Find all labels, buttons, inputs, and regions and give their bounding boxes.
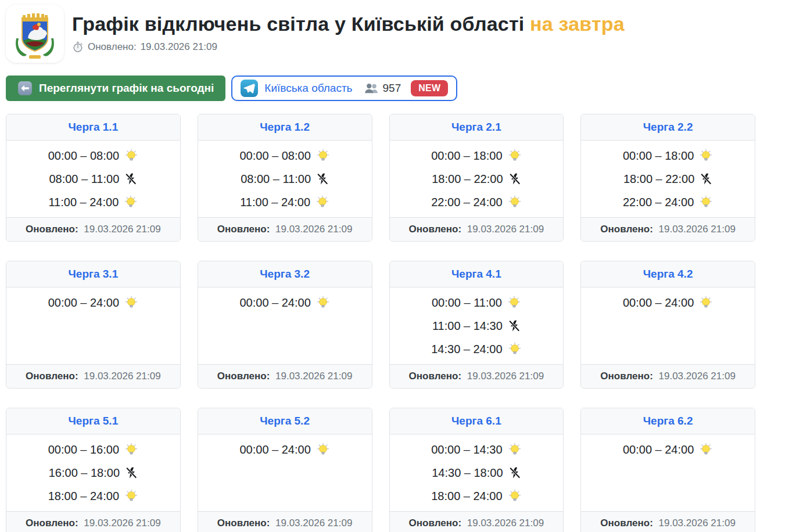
header-text: Графік відключень світла у Київській обл…	[72, 5, 625, 53]
schedule-time: 00:00 – 18:00	[431, 149, 502, 163]
queue-card-body: 00:00 – 18:00 18:00 – 22:00 22:00 – 24:0…	[390, 141, 564, 217]
queue-card-title: Черга 5.2	[198, 408, 372, 434]
queue-card-body: 00:00 – 24:00	[6, 287, 180, 364]
schedule-slot: 00:00 – 14:30	[390, 438, 564, 461]
schedule-slot: 16:00 – 18:00	[6, 461, 180, 484]
card-updated-label: Оновлено:	[26, 224, 78, 235]
queue-card-body: 00:00 – 24:00	[581, 434, 755, 511]
card-updated-value: 19.03.2026 21:09	[464, 371, 544, 382]
light-on-icon	[508, 443, 522, 456]
queue-card-title: Черга 5.1	[6, 408, 180, 434]
light-on-icon	[316, 443, 330, 456]
light-off-icon	[124, 172, 137, 185]
queue-card-title: Черга 6.2	[581, 408, 755, 434]
light-off-icon	[700, 172, 712, 185]
light-off-icon	[316, 172, 329, 185]
card-updated-value: 19.03.2026 21:09	[81, 371, 161, 382]
queue-card: Черга 6.2 00:00 – 24:00 Оновлено: 19.03.…	[580, 408, 755, 532]
schedule-time: 08:00 – 11:00	[241, 172, 311, 186]
queue-card: Черга 5.2 00:00 – 24:00 Оновлено: 19.03.…	[198, 408, 372, 532]
schedule-time: 14:30 – 18:00	[432, 466, 503, 480]
queue-card: Черга 5.1 00:00 – 16:00 16:00 – 18:00 18…	[6, 408, 181, 532]
schedule-slot: 08:00 – 11:00	[6, 167, 180, 190]
light-on-icon	[124, 296, 138, 310]
schedule-slot: 18:00 – 22:00	[390, 167, 564, 190]
queue-card-title: Черга 4.1	[390, 261, 564, 287]
schedule-slot: 00:00 – 18:00	[581, 144, 755, 167]
queue-card-body: 00:00 – 24:00	[198, 287, 372, 364]
schedule-slot: 00:00 – 18:00	[390, 144, 564, 167]
telegram-widget[interactable]: Київська область 957	[231, 76, 457, 101]
card-updated-value: 19.03.2026 21:09	[656, 224, 736, 235]
header-updated-label: Оновлено:	[88, 41, 137, 53]
card-updated-label: Оновлено:	[600, 224, 652, 235]
queue-card-body: 00:00 – 24:00	[198, 434, 372, 511]
schedule-time: 18:00 – 22:00	[623, 172, 694, 186]
light-on-icon	[699, 149, 713, 163]
header-updated-value: 19.03.2026 21:09	[141, 41, 217, 53]
card-updated-label: Оновлено:	[409, 517, 461, 529]
queue-card-title: Черга 3.2	[198, 261, 372, 287]
schedule-time: 00:00 – 24:00	[623, 443, 694, 456]
light-on-icon	[316, 296, 330, 310]
schedule-time: 18:00 – 24:00	[48, 490, 119, 503]
queue-card: Черга 1.1 00:00 – 08:00 08:00 – 11:00 11…	[6, 114, 181, 242]
schedule-slot: 00:00 – 24:00	[198, 438, 372, 461]
telegram-channel-link[interactable]: Київська область	[264, 82, 352, 95]
schedule-time: 11:00 – 24:00	[240, 196, 310, 209]
light-on-icon	[508, 489, 522, 503]
light-on-icon	[507, 296, 521, 310]
queues-grid: Черга 1.1 00:00 – 08:00 08:00 – 11:00 11…	[6, 114, 755, 532]
page: Графік відключень світла у Київській обл…	[0, 0, 796, 532]
stopwatch-icon	[72, 41, 84, 53]
schedule-time: 00:00 – 16:00	[48, 443, 119, 456]
queue-card: Черга 4.2 00:00 – 24:00 Оновлено: 19.03.…	[580, 261, 755, 389]
light-on-icon	[699, 195, 713, 209]
schedule-time: 00:00 – 24:00	[239, 296, 310, 310]
light-off-icon	[508, 466, 521, 479]
schedule-time: 00:00 – 08:00	[239, 149, 310, 163]
card-updated-label: Оновлено:	[600, 371, 652, 382]
schedule-time: 11:00 – 24:00	[48, 196, 119, 209]
card-updated-value: 19.03.2026 21:09	[656, 517, 736, 529]
light-on-icon	[508, 149, 522, 163]
queue-card-title: Черга 1.2	[198, 114, 372, 141]
light-on-icon	[316, 149, 330, 163]
schedule-slot: 18:00 – 24:00	[6, 484, 180, 508]
schedule-time: 22:00 – 24:00	[431, 196, 502, 209]
queue-card-footer: Оновлено: 19.03.2026 21:09	[581, 511, 755, 532]
queue-card-title: Черга 1.1	[6, 114, 180, 141]
light-on-icon	[124, 443, 138, 456]
schedule-slot: 22:00 – 24:00	[390, 190, 564, 214]
schedule-time: 00:00 – 24:00	[48, 296, 119, 310]
queue-card-body: 00:00 – 24:00	[581, 287, 755, 364]
schedule-slot: 11:00 – 14:30	[390, 314, 564, 337]
light-off-icon	[125, 466, 138, 479]
telegram-members: 957	[364, 82, 401, 95]
queue-card-footer: Оновлено: 19.03.2026 21:09	[198, 511, 372, 532]
queue-card-footer: Оновлено: 19.03.2026 21:09	[6, 511, 180, 532]
schedule-time: 00:00 – 24:00	[623, 296, 694, 310]
queue-card: Черга 4.1 00:00 – 11:00 11:00 – 14:30 14…	[389, 261, 564, 389]
schedule-slot: 08:00 – 11:00	[198, 167, 372, 190]
schedule-time: 22:00 – 24:00	[623, 196, 694, 209]
schedule-slot: 11:00 – 24:00	[6, 190, 180, 214]
queue-card-title: Черга 2.1	[390, 114, 564, 141]
schedule-slot: 18:00 – 24:00	[390, 484, 564, 508]
light-on-icon	[508, 342, 522, 356]
light-on-icon	[124, 195, 138, 209]
schedule-time: 18:00 – 22:00	[432, 172, 503, 186]
card-updated-value: 19.03.2026 21:09	[464, 517, 544, 529]
queue-card: Черга 2.1 00:00 – 18:00 18:00 – 22:00 22…	[389, 114, 564, 242]
telegram-icon	[241, 80, 258, 97]
schedule-time: 08:00 – 11:00	[49, 172, 119, 186]
schedule-slot: 11:00 – 24:00	[198, 190, 372, 214]
view-today-schedule-button[interactable]: Переглянути графік на сьогодні	[6, 76, 225, 101]
new-badge: NEW	[411, 80, 448, 96]
card-updated-value: 19.03.2026 21:09	[81, 517, 161, 529]
light-on-icon	[315, 195, 329, 209]
telegram-members-count: 957	[383, 82, 401, 95]
schedule-time: 14:30 – 24:00	[431, 343, 502, 356]
queue-card-body: 00:00 – 14:30 14:30 – 18:00 18:00 – 24:0…	[390, 434, 564, 511]
card-updated-label: Оновлено:	[26, 517, 78, 529]
